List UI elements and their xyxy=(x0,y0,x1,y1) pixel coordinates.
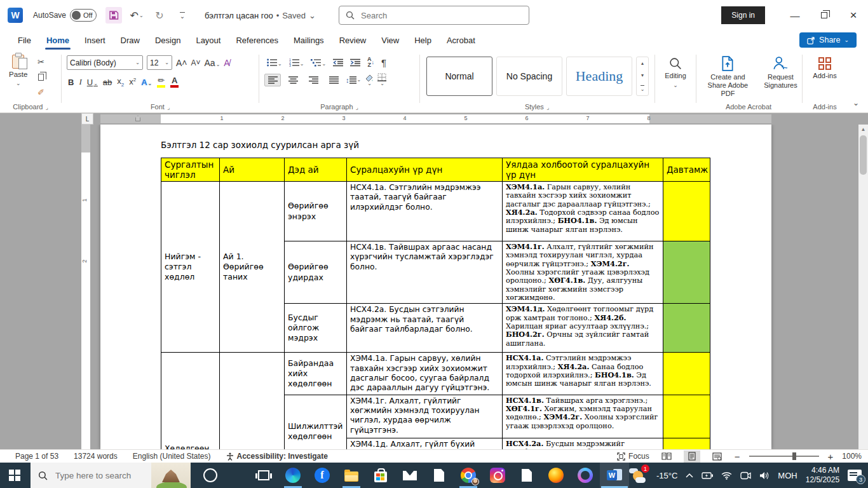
font-name-combo[interactable]: Calibri (Body)⌄ xyxy=(67,55,143,70)
line-spacing-button[interactable]: ↕⌄ xyxy=(346,76,361,84)
taskbar-facebook[interactable]: f xyxy=(308,463,337,488)
sort-button[interactable]: AZ↓ xyxy=(367,57,374,68)
word-count[interactable]: 13724 words xyxy=(74,452,118,461)
cell-direction-group1[interactable]: Нийгэм - сэтгэл хөдлөл xyxy=(161,182,220,353)
cell-frequency[interactable] xyxy=(663,395,710,438)
cell-sub-ai[interactable]: Байрандаа хийх хөдөлгөөн xyxy=(285,353,347,395)
show-hidden-icons-button[interactable] xyxy=(686,473,693,478)
dialog-launcher-icon[interactable]: ⌟ xyxy=(356,104,358,111)
grow-font-button[interactable]: A˄ xyxy=(176,58,187,68)
decrease-indent-button[interactable] xyxy=(333,57,343,68)
print-layout-button[interactable] xyxy=(684,451,700,463)
cell-outcome[interactable]: ХЭМ4.1а. Гарын сарвуу, хөлийн тавхайн хэ… xyxy=(347,353,503,395)
cell-direction-group2[interactable]: Хөдөлгөөн, эрүүл мэнд xyxy=(161,353,220,449)
justify-button[interactable] xyxy=(325,74,342,86)
tab-home[interactable]: Home xyxy=(40,33,76,48)
cell-outcome[interactable]: ХЭМ4.1г. Алхалт, гүйлтийг хөгжмийн хэмнэ… xyxy=(347,395,503,438)
bold-button[interactable]: B xyxy=(68,78,74,87)
taskbar-word[interactable]: W xyxy=(600,463,629,488)
shrink-font-button[interactable]: A˅ xyxy=(191,58,201,67)
taskbar-document-1[interactable] xyxy=(424,463,454,488)
minimize-button[interactable]: ― xyxy=(780,0,810,30)
cell-related[interactable]: ХЭМ4.1г. Алхалт, гүйлтийг хөгжмийн хэмнэ… xyxy=(503,241,663,304)
cell-frequency[interactable] xyxy=(663,438,710,449)
header-direction[interactable]: Сургалтын чиглэл xyxy=(161,158,220,182)
taskbar-firefox[interactable] xyxy=(541,463,571,488)
focus-button[interactable]: Focus xyxy=(617,452,649,461)
cell-related[interactable]: НСХ4.1в. Тайвшрах арга хэрэглэнэ.; ХӨГ4.… xyxy=(503,395,663,438)
numbering-button[interactable]: 123⌄ xyxy=(289,57,304,68)
taskbar-file-explorer[interactable] xyxy=(337,463,366,488)
search-input[interactable] xyxy=(360,10,506,21)
battery-icon[interactable] xyxy=(702,472,713,479)
sign-in-button[interactable]: Sign in xyxy=(721,6,765,24)
clock[interactable]: 4:46 AM 12/5/2025 xyxy=(806,466,839,485)
clear-formatting-button[interactable]: A̸ xyxy=(224,58,229,68)
change-case-button[interactable]: Aa⌄ xyxy=(205,58,220,68)
start-button[interactable] xyxy=(0,463,29,488)
align-left-button[interactable] xyxy=(264,74,281,86)
cell-sub-ai[interactable]: Өөрийгөө энэрэх xyxy=(285,182,347,241)
close-button[interactable]: × xyxy=(839,0,868,30)
bullets-button[interactable]: ⌄ xyxy=(267,57,282,68)
superscript-button[interactable]: x2 xyxy=(129,77,136,86)
taskbar-mail[interactable] xyxy=(395,463,424,488)
scrollbar-thumb[interactable] xyxy=(860,135,867,175)
copy-button[interactable] xyxy=(34,71,48,83)
cell-ai-group2[interactable]: Хөдөлгөөн xyxy=(220,353,285,449)
tab-file[interactable]: File xyxy=(11,33,37,48)
cell-outcome[interactable]: НСХ4.2а. Бусдын сэтгэлийн мэдрэмж нь таа… xyxy=(347,304,503,353)
increase-indent-button[interactable] xyxy=(350,57,360,68)
cell-frequency[interactable] xyxy=(663,353,710,395)
text-effects-button[interactable]: A⌄ xyxy=(141,78,152,87)
addins-button[interactable]: Add-ins xyxy=(803,50,847,80)
search-highlight-image[interactable] xyxy=(151,463,191,488)
create-share-pdf-button[interactable]: Create and Share Adobe PDF xyxy=(702,56,754,98)
zoom-slider-handle[interactable] xyxy=(792,452,796,460)
cell-related[interactable]: НСХ4.1а. Сэтгэлийн мэдрэмжээ илэрхийлнэ.… xyxy=(503,353,663,395)
cell-related[interactable]: ХЭМ4.1а. Гарын сарвуу, хөлийн тавхайн хэ… xyxy=(503,182,663,241)
cell-frequency[interactable] xyxy=(663,304,710,353)
restore-button[interactable] xyxy=(810,0,839,30)
subscript-button[interactable]: x2 xyxy=(117,76,124,88)
read-mode-button[interactable] xyxy=(658,451,675,463)
undo-button[interactable]: ↶⌄ xyxy=(128,7,145,24)
zoom-out-button[interactable]: − xyxy=(735,451,740,462)
borders-button[interactable]: ⌄ xyxy=(377,73,386,86)
accessibility-status[interactable]: Accessibility: Investigate xyxy=(226,452,328,461)
wifi-icon[interactable] xyxy=(721,471,732,480)
cell-outcome[interactable]: ХЭМ4.1д. Алхалт, гүйлт бүхий xyxy=(347,438,503,449)
cell-sub-ai[interactable]: Бусдыг ойлгож мэдрэх xyxy=(285,304,347,353)
taskbar-search-input[interactable] xyxy=(54,470,149,481)
cell-ai-group1[interactable]: Ай 1. Өөрийгөө таних xyxy=(220,182,285,353)
cell-sub-ai[interactable]: Өөрийгөө удирдах xyxy=(285,241,347,304)
tab-draw[interactable]: Draw xyxy=(114,33,146,48)
volume-icon[interactable] xyxy=(759,471,770,480)
meet-now-icon[interactable] xyxy=(740,471,751,480)
tab-help[interactable]: Help xyxy=(408,33,438,48)
search-box[interactable] xyxy=(339,6,529,25)
vertical-scrollbar[interactable]: ▲ xyxy=(858,125,868,449)
document-page[interactable]: Бэлтгэл 12 сар зохиолд суурилсан арга зү… xyxy=(100,125,771,449)
tab-insert[interactable]: Insert xyxy=(78,33,112,48)
tab-design[interactable]: Design xyxy=(149,33,187,48)
autosave-control[interactable]: AutoSave Off xyxy=(33,9,97,22)
style-heading[interactable]: Heading xyxy=(566,57,632,96)
customize-quick-access-button[interactable]: ⌄ xyxy=(174,7,191,24)
scroll-up-icon[interactable]: ▲ xyxy=(858,125,868,134)
zoom-slider[interactable] xyxy=(749,456,819,457)
multilevel-list-button[interactable]: ⌄ xyxy=(311,57,326,68)
style-normal[interactable]: Normal xyxy=(426,57,492,96)
tab-layout[interactable]: Layout xyxy=(189,33,227,48)
page-indicator[interactable]: Page 1 of 53 xyxy=(15,452,58,461)
header-frequency[interactable]: Давтамж xyxy=(663,158,710,182)
underline-button[interactable]: U⌄ xyxy=(87,78,98,87)
header-sub-ai[interactable]: Дэд ай xyxy=(285,158,347,182)
dialog-launcher-icon[interactable]: ⌟ xyxy=(45,104,48,111)
shading-button[interactable]: ⌄ xyxy=(365,74,374,86)
highlight-button[interactable]: ✏ xyxy=(157,76,165,88)
keyboard-language[interactable]: MOH xyxy=(778,471,797,480)
tab-acrobat[interactable]: Acrobat xyxy=(440,33,482,48)
format-painter-button[interactable]: ✐ xyxy=(34,86,48,98)
dialog-launcher-icon[interactable]: ⌟ xyxy=(167,104,170,111)
